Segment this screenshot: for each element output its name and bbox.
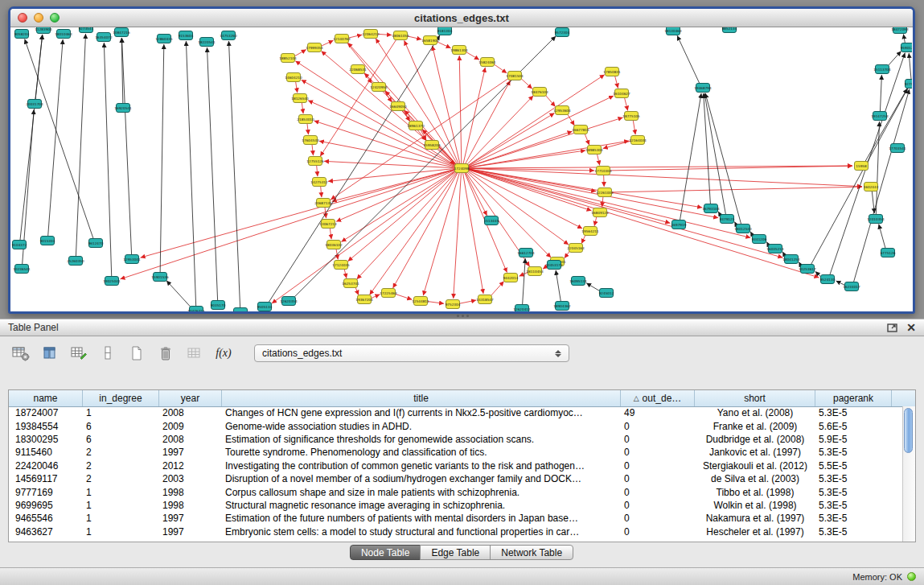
table-cell[interactable]: Estimation of the future numbers of pati… — [222, 513, 621, 524]
table-cell[interactable]: Hescheler et al. (1997) — [695, 526, 815, 538]
graph-node[interactable]: 9442014 — [503, 274, 519, 282]
graph-node[interactable]: 17850831 — [603, 68, 621, 76]
graph-node[interactable]: 18010463 — [55, 30, 72, 39]
graph-node[interactable]: 16581904 — [421, 36, 439, 45]
graph-node[interactable]: 18041253 — [782, 255, 800, 264]
graph-node[interactable]: 17081504 — [506, 72, 524, 80]
graph-node[interactable]: 9505134 — [257, 303, 273, 311]
table-cell[interactable]: Embryonic stem cells: a model to study s… — [222, 526, 621, 538]
table-cell[interactable]: 1 — [83, 513, 159, 524]
graph-node[interactable]: 16234017 — [843, 282, 860, 291]
graph-node[interactable]: 1724098 — [454, 164, 470, 173]
graph-node[interactable]: 12860435 — [155, 35, 173, 43]
column-header-year[interactable]: year — [159, 390, 222, 406]
graph-node[interactable]: 10253617 — [799, 265, 816, 274]
graph-node[interactable]: 18961370 — [407, 122, 425, 130]
graph-node[interactable]: 12953604 — [553, 106, 571, 115]
scrollbar-thumb[interactable] — [904, 408, 913, 453]
graph-node[interactable]: 12010354 — [867, 215, 885, 224]
table-cell[interactable]: 0 — [621, 421, 695, 432]
table-row[interactable]: 1830029562008Estimation of significance … — [9, 433, 903, 446]
graph-node[interactable]: 9524130 — [820, 275, 836, 284]
graph-node[interactable]: 17124035 — [332, 261, 350, 270]
table-cell[interactable]: 5.3E-5 — [815, 500, 892, 511]
table-cell[interactable]: 1 — [83, 487, 159, 498]
function-builder-icon[interactable]: f(x) — [214, 345, 233, 361]
graph-node[interactable]: 10453172 — [545, 261, 563, 270]
table-cell[interactable]: Disruption of a novel member of a sodium… — [222, 473, 621, 484]
table-cell[interactable]: 1997 — [159, 513, 222, 524]
table-cell[interactable]: Changes of HCN gene expression and I(f) … — [222, 407, 621, 418]
table-cell[interactable]: 19384554 — [9, 421, 83, 432]
table-cell[interactable]: Investigating the contribution of common… — [222, 460, 621, 472]
graph-node[interactable]: 16354072 — [95, 33, 113, 42]
graph-node[interactable]: 12953041 — [123, 255, 141, 264]
table-cell[interactable]: Stergiakouli et al. (2012) — [695, 460, 815, 472]
table-row[interactable]: 1872400712008Changes of HCN gene express… — [9, 406, 903, 419]
graph-node[interactable]: 18061054 — [392, 31, 409, 40]
network-table-dropdown[interactable]: citations_edges.txt — [254, 344, 569, 362]
close-panel-icon[interactable]: ✕ — [906, 322, 916, 333]
graph-node[interactable]: 17604533 — [302, 136, 319, 145]
table-cell[interactable]: 9699695 — [9, 500, 83, 511]
graph-node[interactable]: 15901536 — [151, 273, 169, 282]
graph-node[interactable]: 16253741 — [342, 279, 359, 288]
table-cell[interactable]: 5.3E-5 — [815, 513, 892, 524]
tab-network-table[interactable]: Network Table — [490, 545, 573, 560]
table-row[interactable]: 1456911722003Disruption of a novel membe… — [9, 472, 903, 485]
table-cell[interactable]: Nakamura et al. (1997) — [695, 513, 815, 524]
table-cell[interactable]: 5.3E-5 — [815, 526, 892, 538]
graph-node[interactable]: 11283904 — [35, 27, 52, 34]
column-header-out_de[interactable]: △out_de… — [621, 390, 695, 406]
table-cell[interactable]: 0 — [621, 526, 695, 538]
table-cell[interactable]: 5.5E-5 — [815, 460, 892, 472]
graph-node[interactable]: 1513445 — [484, 216, 499, 225]
graph-node[interactable]: 18985304 — [585, 146, 603, 154]
graph-node[interactable]: 18012540 — [734, 225, 752, 233]
graph-node[interactable]: 15113704 — [873, 65, 891, 74]
table-cell[interactable]: 5.9E-5 — [815, 434, 892, 445]
graph-node[interactable]: 17225463 — [380, 289, 397, 298]
table-cell[interactable]: 2008 — [159, 407, 222, 418]
table-cell[interactable]: 0 — [621, 487, 695, 498]
table-cell[interactable]: 0 — [621, 500, 695, 511]
graph-node[interactable]: 9153604 — [179, 31, 194, 40]
graph-node[interactable]: 20031704 — [26, 100, 43, 109]
window-titlebar[interactable]: citations_edges.txt — [10, 9, 913, 27]
table-row[interactable]: 911546021997Tourette syndrome. Phenomeno… — [9, 446, 903, 459]
graph-node[interactable]: 16920541 — [114, 104, 132, 113]
graph-node[interactable]: 15824061 — [478, 58, 496, 67]
graph-node[interactable]: 16649050 — [389, 102, 407, 111]
table-cell[interactable]: 1 — [83, 407, 159, 418]
table-cell[interactable]: Jankovic et al. (1997) — [695, 447, 815, 458]
import-table-icon[interactable] — [185, 345, 204, 361]
graph-node[interactable]: 10847216 — [113, 28, 130, 37]
graph-node[interactable]: 21853010 — [297, 115, 314, 124]
graph-node[interactable]: 13067213 — [319, 220, 337, 229]
table-cell[interactable]: 22420046 — [9, 460, 83, 472]
table-row[interactable]: 1938455462009Genome-wide association stu… — [9, 419, 903, 432]
graph-node[interactable]: 19861304 — [450, 46, 468, 55]
graph-node[interactable]: 9572304 — [555, 28, 570, 37]
table-cell[interactable]: 1998 — [159, 500, 222, 511]
graph-node[interactable]: 16035214 — [766, 245, 784, 253]
graph-node[interactable]: 12620354 — [280, 297, 298, 306]
table-cell[interactable]: 1 — [83, 500, 159, 511]
table-cell[interactable]: de Silva et al. (2003) — [695, 473, 815, 484]
close-window-button[interactable] — [18, 13, 27, 23]
column-header-name[interactable]: name — [9, 390, 83, 406]
graph-node[interactable]: 16254130 — [232, 308, 249, 312]
table-cell[interactable]: Genome-wide association studies in ADHD. — [222, 421, 621, 432]
table-vertical-scrollbar[interactable] — [902, 406, 915, 542]
table-cell[interactable]: 2 — [83, 447, 159, 458]
table-row[interactable]: 2242004622012Investigating the contribut… — [9, 459, 903, 472]
zoom-window-button[interactable] — [50, 13, 60, 23]
graph-node[interactable]: 20687135 — [314, 199, 332, 208]
graph-node[interactable]: 14753260 — [220, 31, 237, 40]
graph-node[interactable]: 18130463 — [664, 27, 682, 35]
graph-node[interactable]: 18220541 — [198, 38, 216, 47]
graph-node[interactable]: 9058204 — [14, 30, 30, 39]
graph-node[interactable]: 14604210 — [285, 73, 302, 82]
column-header-title[interactable]: title — [222, 390, 621, 406]
graph-node[interactable]: 18904362 — [553, 302, 571, 311]
